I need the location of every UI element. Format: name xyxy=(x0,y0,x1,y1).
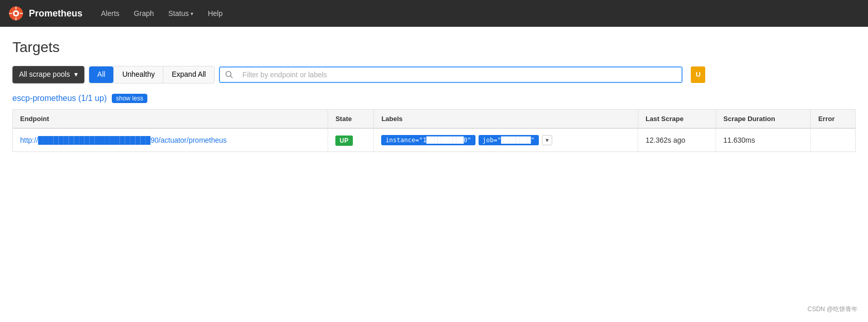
toolbar: All scrape pools ▾ All Unhealthy Expand … xyxy=(12,66,856,83)
cell-labels: instance="1██████████0" job="████████" ▾ xyxy=(374,128,638,152)
label-instance: instance="1██████████0" xyxy=(381,135,475,145)
filter-expand-button[interactable]: Expand All xyxy=(163,66,214,83)
label-job: job="████████" xyxy=(479,135,539,145)
show-less-button[interactable]: show less xyxy=(112,94,147,103)
svg-point-2 xyxy=(14,12,18,15)
cell-state: UP xyxy=(328,128,374,152)
state-badge: UP xyxy=(335,135,353,146)
scrape-pools-dropdown[interactable]: All scrape pools ▾ xyxy=(12,66,84,83)
page-title: Targets xyxy=(12,39,856,56)
nav-status-label: Status xyxy=(168,9,189,18)
main-content: Targets All scrape pools ▾ All Unhealthy… xyxy=(0,27,868,164)
last-scrape-value: 12.362s ago xyxy=(645,136,685,144)
nav-status[interactable]: Status ▾ xyxy=(162,5,200,22)
labels-expand-button[interactable]: ▾ xyxy=(542,135,552,145)
nav-graph[interactable]: Graph xyxy=(128,5,160,22)
cell-scrape-duration: 11.630ms xyxy=(716,128,811,152)
chevron-down-icon: ▾ xyxy=(191,11,193,16)
endpoint-link[interactable]: http://██████████████████████90/actuator… xyxy=(20,136,227,144)
labels-container: instance="1██████████0" job="████████" ▾ xyxy=(381,135,631,145)
navbar-nav: Alerts Graph Status ▾ Help xyxy=(95,5,229,22)
cell-last-scrape: 12.362s ago xyxy=(638,128,716,152)
table-row: http://██████████████████████90/actuator… xyxy=(13,128,856,152)
svg-line-8 xyxy=(230,76,232,78)
targets-table: Endpoint State Labels Last Scrape Scrape… xyxy=(12,109,856,152)
search-input[interactable] xyxy=(239,67,682,82)
filter-buttons: All Unhealthy Expand All xyxy=(89,66,215,83)
filter-unhealthy-button[interactable]: Unhealthy xyxy=(113,66,163,83)
prometheus-logo-icon xyxy=(8,6,24,21)
col-state: State xyxy=(328,109,374,128)
cell-endpoint: http://██████████████████████90/actuator… xyxy=(13,128,328,152)
navbar-brand: Prometheus xyxy=(8,6,82,21)
section-title-link[interactable]: escp-prometheus (1/1 up) xyxy=(12,94,107,103)
scrape-duration-value: 11.630ms xyxy=(723,136,755,144)
filter-all-button[interactable]: All xyxy=(89,66,114,83)
col-last-scrape: Last Scrape xyxy=(638,109,716,128)
col-labels: Labels xyxy=(374,109,638,128)
nav-help[interactable]: Help xyxy=(201,5,229,22)
brand-name: Prometheus xyxy=(29,8,82,19)
section-heading: escp-prometheus (1/1 up) show less xyxy=(12,94,856,103)
col-scrape-duration: Scrape Duration xyxy=(716,109,811,128)
search-filter-wrapper xyxy=(219,66,683,83)
nav-alerts[interactable]: Alerts xyxy=(95,5,126,22)
yellow-action-button[interactable]: U xyxy=(691,66,705,83)
search-icon xyxy=(220,67,239,82)
scrape-pools-caret-icon: ▾ xyxy=(74,70,78,80)
col-endpoint: Endpoint xyxy=(13,109,328,128)
scrape-pools-label: All scrape pools xyxy=(19,70,70,80)
col-error: Error xyxy=(811,109,856,128)
navbar: Prometheus Alerts Graph Status ▾ Help xyxy=(0,0,868,27)
table-body: http://██████████████████████90/actuator… xyxy=(13,128,856,152)
cell-error xyxy=(811,128,856,152)
table-header: Endpoint State Labels Last Scrape Scrape… xyxy=(13,109,856,128)
